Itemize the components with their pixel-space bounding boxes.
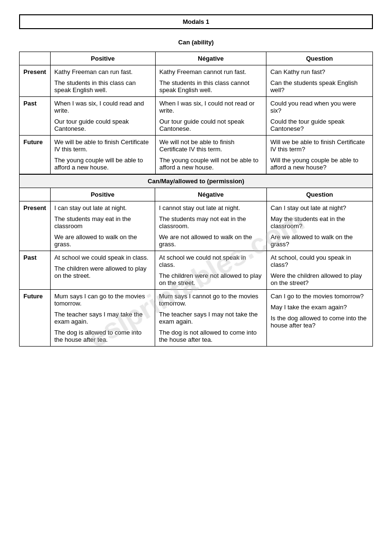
cell-text: The students in this class can speak Eng… [54,79,151,94]
cell-text: Were the children allowed to play on the… [271,272,369,286]
cell-positive: Mum says I can go to the movies tomorrow… [50,290,155,347]
cell-negative: Kathy Freeman cannot run fast.The studen… [155,65,266,97]
cell-question: At school, could you speak in class?Were… [266,251,372,290]
cell-positive: Kathy Freeman can run fast.The students … [50,65,155,97]
cell-text: May I take the exam again? [271,304,369,311]
cell-text: The students in this class cannot speak … [159,79,263,94]
table-row: PresentI can stay out late at night.The … [20,201,373,251]
cell-text: We are allowed to walk on the grass. [54,233,151,248]
section2-header-row: Can/May/allowed to (permission) [20,175,373,188]
cell-question: Can I stay out late at night?May the stu… [266,201,372,251]
cell-text: Kathy Freeman cannot run fast. [159,68,263,75]
section2-table: Can/May/allowed to (permission) Positive… [19,174,373,347]
cell-text: The students may eat in the classroom [54,215,151,230]
page-title: Modals 1 [19,14,373,29]
cell-text: At school, could you speak in class? [271,254,369,268]
cell-text: May the students eat in the classroom? [271,215,369,230]
cell-text: When I was six, I could not read or writ… [159,100,263,114]
section1-title: Can (ability) [19,39,373,46]
cell-text: Can I go to the movies tomorrow? [271,293,369,300]
cell-question: Can I go to the movies tomorrow?May I ta… [266,290,372,347]
cell-negative: Mum says I cannot go to the movies tomor… [155,290,267,347]
col-header-empty2 [20,188,51,201]
cell-negative: At school we could not speak in class.Th… [155,251,267,290]
cell-text: Can Kathy run fast? [270,68,369,75]
cell-text: We will not be able to finish Certificat… [159,138,263,153]
cell-text: The dog is allowed to come into the hous… [54,329,151,343]
row-label: Future [20,136,51,174]
cell-text: I cannot stay out late at night. [159,204,263,211]
cell-text: Mum says I can go to the movies tomorrow… [54,293,151,307]
col-header-positive2: Positive [50,188,155,201]
cell-negative: I cannot stay out late at night.The stud… [155,201,267,251]
cell-text: Kathy Freeman can run fast. [54,68,151,75]
cell-text: We are not allowed to walk on the grass. [159,233,263,248]
cell-positive: When I was six, I could read and write.O… [50,97,155,136]
cell-text: The children were allowed to play on the… [54,265,151,279]
cell-text: At school we could speak in class. [54,254,151,261]
cell-negative: We will not be able to finish Certificat… [155,136,266,174]
cell-positive: At school we could speak in class.The ch… [50,251,155,290]
cell-positive: I can stay out late at night.The student… [50,201,155,251]
cell-text: I can stay out late at night. [54,204,151,211]
row-label: Past [20,251,51,290]
table-row: FutureWe will be able to finish Certific… [20,136,373,174]
cell-negative: When I was six, I could not read or writ… [155,97,266,136]
cell-positive: We will be able to finish Certificate IV… [50,136,155,174]
cell-text: Our tour guide could speak Cantonese. [54,118,151,132]
cell-question: Can Kathy run fast?Can the students spea… [266,65,373,97]
cell-text: The teacher says I may take the exam aga… [54,311,151,325]
row-label: Present [20,65,51,97]
cell-text: At school we could not speak in class. [159,254,263,268]
cell-text: Are we allowed to walk on the grass? [271,233,369,248]
col-header-empty [20,52,51,65]
cell-text: The dog is not allowed to come into the … [159,329,263,343]
cell-text: The children were not allowed to play on… [159,272,263,286]
cell-text: Can I stay out late at night? [271,204,369,211]
row-label: Future [20,290,51,347]
col-header-negative2: Négative [155,188,267,201]
section1-table: Positive Négative Question PresentKathy … [19,52,373,174]
section2-title: Can/May/allowed to (permission) [20,175,373,188]
cell-text: The students may not eat in the classroo… [159,215,263,230]
cell-text: Our tour guide could not speak Cantonese… [159,118,263,132]
row-label: Present [20,201,51,251]
table-row: PastAt school we could speak in class.Th… [20,251,373,290]
cell-text: Could you read when you were six? [270,100,369,114]
cell-text: The young couple will be able to afford … [54,157,151,171]
cell-question: Could you read when you were six?Could t… [266,97,373,136]
table-row: PresentKathy Freeman can run fast.The st… [20,65,373,97]
cell-text: The teacher says I may not take the exam… [159,311,263,325]
cell-text: We will be able to finish Certificate IV… [54,138,151,153]
cell-text: Is the dog allowed to come into the hous… [271,315,369,329]
cell-text: Will we be able to finish Certificate IV… [270,138,369,153]
col-header-negative: Négative [155,52,266,65]
cell-text: Will the young couple be able to afford … [270,157,369,171]
cell-text: When I was six, I could read and write. [54,100,151,114]
cell-text: Can the students speak English well? [270,79,369,94]
cell-text: Could the tour guide speak Cantonese? [270,118,369,132]
cell-text: The young couple will not be able to aff… [159,157,263,171]
col-header-question2: Question [266,188,372,201]
table-row: FutureMum says I can go to the movies to… [20,290,373,347]
cell-question: Will we be able to finish Certificate IV… [266,136,373,174]
row-label: Past [20,97,51,136]
col-header-positive: Positive [50,52,155,65]
cell-text: Mum says I cannot go to the movies tomor… [159,293,263,307]
col-header-question: Question [266,52,373,65]
table-row: PastWhen I was six, I could read and wri… [20,97,373,136]
